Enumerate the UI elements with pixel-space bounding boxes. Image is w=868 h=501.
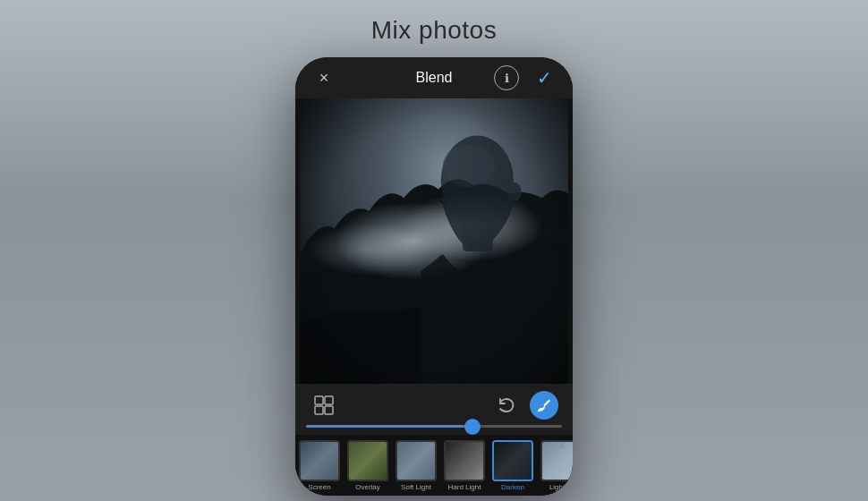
filter-label-darken: Darken (501, 483, 524, 491)
filter-thumb-screen (299, 440, 340, 481)
filter-strip: × Screen Overlay Soft Light (295, 435, 573, 496)
svg-rect-17 (315, 396, 323, 404)
top-bar-right: ℹ ✓ (494, 65, 557, 90)
page-title: Mix photos (371, 16, 497, 45)
filter-strip-close[interactable]: × (558, 438, 566, 453)
control-row (295, 384, 573, 423)
filter-thumb-softlight (396, 440, 437, 481)
info-button[interactable]: ℹ (494, 65, 519, 90)
filter-thumb-overlay (347, 440, 388, 481)
blend-slider[interactable] (306, 425, 562, 428)
filter-label-hardlight: Hard Light (448, 483, 481, 491)
filter-softlight[interactable]: Soft Light (392, 440, 440, 491)
photo-area (295, 98, 573, 384)
svg-line-21 (544, 400, 549, 405)
top-bar-left: × (311, 65, 336, 90)
filter-overlay[interactable]: Overlay (344, 440, 392, 491)
filter-label-softlight: Soft Light (401, 483, 431, 491)
split-view-button[interactable] (310, 391, 338, 420)
filter-thumb-darken (492, 440, 533, 481)
confirm-button[interactable]: ✓ (532, 65, 557, 90)
blend-title: Blend (416, 70, 453, 86)
slider-thumb[interactable] (464, 419, 481, 435)
filter-label-screen: Screen (308, 483, 330, 491)
photo-composite (295, 98, 573, 384)
svg-rect-20 (325, 406, 333, 414)
filter-hardlight[interactable]: Hard Light (440, 440, 489, 491)
bottom-controls: × Screen Overlay Soft Light (295, 384, 573, 496)
slider-row (295, 423, 573, 435)
undo-button[interactable] (492, 391, 521, 420)
svg-rect-18 (325, 396, 333, 404)
filter-darken[interactable]: Darken (489, 440, 537, 491)
svg-rect-19 (315, 406, 323, 414)
filter-screen[interactable]: Screen (295, 440, 344, 491)
filter-label-overlay: Overlay (355, 483, 380, 491)
filter-lighten[interactable]: Lighten (537, 440, 573, 491)
filter-label-lighten: Lighten (549, 483, 573, 491)
filter-thumb-lighten (540, 440, 573, 481)
filter-thumb-hardlight (444, 440, 485, 481)
svg-rect-16 (300, 98, 568, 384)
brush-button[interactable] (530, 391, 558, 420)
close-button[interactable]: × (311, 65, 336, 90)
phone-frame: × Blend ℹ ✓ (295, 57, 573, 496)
top-bar: × Blend ℹ ✓ (295, 57, 573, 98)
